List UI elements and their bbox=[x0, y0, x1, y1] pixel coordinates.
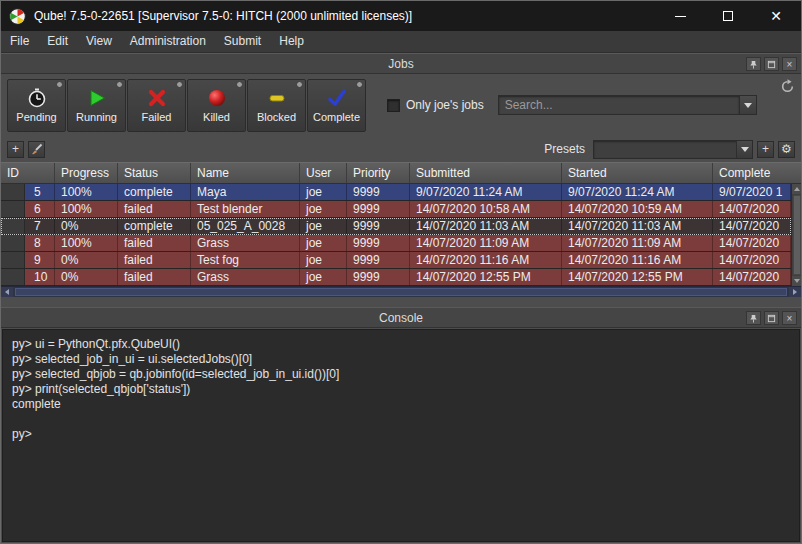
cell-status: complete bbox=[118, 218, 191, 234]
cell-name: Test blender bbox=[191, 201, 300, 217]
cell-progress: 100% bbox=[55, 201, 118, 217]
cell-name: Grass bbox=[191, 235, 300, 251]
console-close-button[interactable]: × bbox=[782, 311, 797, 325]
menu-file[interactable]: File bbox=[1, 31, 38, 52]
console-output[interactable]: py> ui = PythonQt.pfx.QubeUI()py> select… bbox=[2, 329, 800, 542]
console-line: py> selected_job_in_ui = ui.selectedJobs… bbox=[12, 352, 790, 367]
cell-status: failed bbox=[118, 252, 191, 268]
scroll-down-icon[interactable] bbox=[792, 276, 802, 286]
only-joes-jobs-checkbox[interactable] bbox=[387, 99, 400, 112]
table-row[interactable]: 9 0% failed Test fog joe 9999 14/07/2020… bbox=[1, 252, 791, 269]
menu-view[interactable]: View bbox=[77, 31, 121, 52]
table-row[interactable]: 6 100% failed Test blender joe 9999 14/0… bbox=[1, 201, 791, 218]
jobs-pin-button[interactable] bbox=[746, 57, 761, 71]
search-input[interactable] bbox=[498, 95, 740, 115]
console-line: complete bbox=[12, 397, 790, 412]
cell-status: failed bbox=[118, 235, 191, 251]
menu-submit[interactable]: Submit bbox=[215, 31, 270, 52]
close-icon: ✕ bbox=[770, 9, 782, 23]
column-header-status[interactable]: Status bbox=[118, 163, 191, 183]
column-header-progress[interactable]: Progress bbox=[55, 163, 118, 183]
menu-help[interactable]: Help bbox=[270, 31, 313, 52]
console-line: py> bbox=[12, 427, 790, 442]
cell-priority: 9999 bbox=[347, 201, 410, 217]
cell-submitted: 14/07/2020 11:03 AM bbox=[410, 218, 562, 234]
add-job-button[interactable]: + bbox=[7, 141, 24, 158]
table-row[interactable]: 8 100% failed Grass joe 9999 14/07/2020 … bbox=[1, 235, 791, 252]
cell-user: joe bbox=[300, 201, 347, 217]
column-header-submitted[interactable]: Submitted bbox=[410, 163, 562, 183]
horizontal-scroll-thumb[interactable] bbox=[15, 288, 787, 296]
table-viewport: 5 100% complete Maya joe 9999 9/07/2020 … bbox=[1, 184, 801, 286]
cell-submitted: 14/07/2020 11:09 AM bbox=[410, 235, 562, 251]
presets-label: Presets bbox=[544, 142, 589, 156]
window-title: Qube! 7.5-0-22651 [Supervisor 7.5-0: HIT… bbox=[34, 9, 412, 23]
jobs-table: ID Progress Status Name User Priority Su… bbox=[1, 162, 801, 297]
filter-killed-button[interactable]: Killed bbox=[187, 79, 246, 132]
cell-user: joe bbox=[300, 269, 347, 285]
filter-running-button[interactable]: Running bbox=[67, 79, 126, 132]
cell-id: 10 bbox=[25, 269, 55, 285]
vertical-scroll-thumb[interactable] bbox=[793, 195, 801, 275]
column-header-user[interactable]: User bbox=[300, 163, 347, 183]
column-header-name[interactable]: Name bbox=[191, 163, 300, 183]
presets-settings-button[interactable]: ⚙ bbox=[778, 141, 795, 158]
column-header-complete[interactable]: Complete bbox=[713, 163, 801, 183]
app-window: Qube! 7.5-0-22651 [Supervisor 7.5-0: HIT… bbox=[0, 0, 802, 544]
minimize-button[interactable] bbox=[669, 5, 691, 27]
running-badge bbox=[116, 81, 123, 88]
column-header-priority[interactable]: Priority bbox=[347, 163, 410, 183]
clear-filters-button[interactable] bbox=[28, 141, 45, 158]
cell-status: complete bbox=[118, 184, 191, 200]
filter-failed-button[interactable]: Failed bbox=[127, 79, 186, 132]
console-line: py> print(selected_qbjob['status']) bbox=[12, 382, 790, 397]
menu-bar: File Edit View Administration Submit Hel… bbox=[1, 31, 801, 53]
column-header-started[interactable]: Started bbox=[562, 163, 713, 183]
vertical-scrollbar[interactable] bbox=[791, 184, 801, 286]
filter-complete-button[interactable]: Complete bbox=[307, 79, 366, 132]
qube-logo-icon bbox=[9, 8, 26, 25]
chevron-down-icon bbox=[736, 141, 752, 158]
chevron-down-icon bbox=[744, 103, 752, 108]
filter-pending-button[interactable]: Pending bbox=[7, 79, 66, 132]
close-button[interactable]: ✕ bbox=[765, 5, 787, 27]
cell-id: 7 bbox=[25, 218, 55, 234]
cell-priority: 9999 bbox=[347, 218, 410, 234]
console-panel-title: Console bbox=[379, 311, 423, 325]
filter-blocked-button[interactable]: Blocked bbox=[247, 79, 306, 132]
cell-id: 6 bbox=[25, 201, 55, 217]
filter-label: Complete bbox=[313, 111, 360, 123]
presets-combobox[interactable] bbox=[593, 140, 753, 159]
horizontal-scrollbar[interactable] bbox=[1, 286, 801, 297]
refresh-button[interactable] bbox=[778, 77, 796, 95]
table-header: ID Progress Status Name User Priority Su… bbox=[1, 162, 801, 184]
minimize-icon bbox=[675, 16, 686, 17]
jobs-float-button[interactable] bbox=[764, 57, 779, 71]
filter-label: Running bbox=[76, 111, 117, 123]
jobs-close-button[interactable]: × bbox=[782, 57, 797, 71]
add-preset-button[interactable]: + bbox=[757, 141, 774, 158]
blocked-badge bbox=[296, 81, 303, 88]
cell-progress: 100% bbox=[55, 184, 118, 200]
check-icon bbox=[327, 88, 347, 108]
column-header-id[interactable]: ID bbox=[1, 163, 55, 183]
menu-edit[interactable]: Edit bbox=[38, 31, 77, 52]
scroll-up-icon[interactable] bbox=[792, 184, 802, 194]
table-row[interactable]: 5 100% complete Maya joe 9999 9/07/2020 … bbox=[1, 184, 791, 201]
panel-splitter[interactable] bbox=[1, 297, 801, 307]
scroll-left-icon[interactable] bbox=[1, 287, 13, 297]
menu-administration[interactable]: Administration bbox=[121, 31, 215, 52]
table-row[interactable]: 7 0% complete 05_025_A_0028 joe 9999 14/… bbox=[1, 218, 791, 235]
cell-id: 5 bbox=[25, 184, 55, 200]
scroll-right-icon[interactable] bbox=[789, 287, 801, 297]
cell-name: Test fog bbox=[191, 252, 300, 268]
console-pin-button[interactable] bbox=[746, 311, 761, 325]
console-float-button[interactable] bbox=[764, 311, 779, 325]
failed-badge bbox=[176, 81, 183, 88]
row-tree-indent bbox=[1, 252, 25, 268]
maximize-button[interactable] bbox=[717, 5, 739, 27]
table-row[interactable]: 10 0% failed Grass joe 9999 14/07/2020 1… bbox=[1, 269, 791, 286]
cell-progress: 0% bbox=[55, 218, 118, 234]
presets-row: + Presets + ⚙ bbox=[1, 136, 801, 162]
search-dropdown-button[interactable] bbox=[740, 95, 757, 115]
